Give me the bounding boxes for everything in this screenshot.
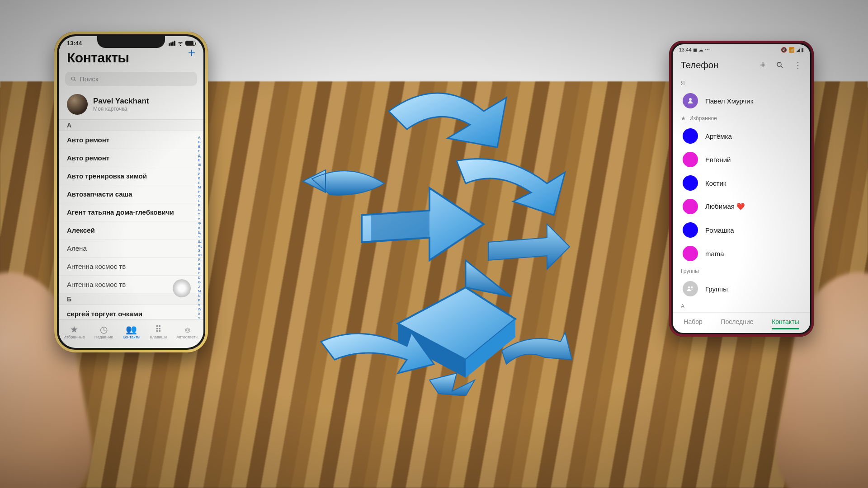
search-placeholder: Поиск [80,75,99,83]
contact-row[interactable]: Антенна космос тв [59,258,203,276]
index-letter[interactable]: Я [198,258,202,262]
index-letter[interactable]: B [198,267,202,271]
index-letter[interactable]: J [198,285,202,289]
index-letter[interactable]: Ц [198,230,202,235]
transfer-arrows-graphic [294,80,574,396]
tab-icon: ⠿ [155,325,162,334]
tab-icon: ★ [70,325,78,334]
index-letter[interactable]: P [198,298,202,302]
tab-label: Контакты [123,335,140,339]
index-letter[interactable]: Ж [198,163,202,167]
my-profile-row[interactable]: Павел Хмурчик [673,89,810,113]
index-letter[interactable]: D [198,276,202,280]
my-card-row[interactable]: Pavel Yackhant Моя карточка [59,90,203,120]
index-letter[interactable]: Ч [198,235,202,239]
contact-row[interactable]: Авто ремонт [59,149,203,167]
index-letter[interactable]: З [198,167,202,171]
index-letter[interactable]: Ш [198,239,202,244]
index-letter[interactable]: W [198,307,202,311]
svg-point-0 [71,77,75,80]
more-icon[interactable]: ⋮ [794,60,802,70]
index-letter[interactable]: Щ [198,244,202,248]
index-letter[interactable]: Н [198,190,202,194]
tab-Недавние[interactable]: ◷Недавние [94,325,113,339]
section-letter: А [673,300,810,312]
page-title: Контакты [67,50,195,66]
index-letter[interactable]: И [198,172,202,176]
ios-status-time: 13:44 [67,40,82,47]
search-input[interactable]: Поиск [65,72,197,86]
index-letter[interactable]: Р [198,203,202,207]
tab-Автоответч.[interactable]: ⌾Автоответч. [176,325,198,339]
index-letter[interactable]: П [198,199,202,203]
tab-Клавиши[interactable]: ⠿Клавиши [150,325,167,339]
my-card-name: Pavel Yackhant [93,97,149,106]
index-letter[interactable]: G [198,280,202,284]
index-letter[interactable]: У [198,217,202,221]
index-letter[interactable]: N [198,294,202,298]
favorite-row[interactable]: Костик [673,171,810,195]
index-letter[interactable]: Б [198,140,202,144]
favorite-row[interactable]: Ромашка [673,218,810,242]
search-icon[interactable] [776,61,784,69]
index-letter[interactable]: Ф [198,221,202,225]
add-button[interactable]: + [760,59,766,71]
contact-row[interactable]: Алексей [59,221,203,239]
contacts-list[interactable]: ААвто ремонтАвто ремонтАвто тренировка з… [59,120,203,341]
index-letter[interactable]: С [198,208,202,212]
contact-row[interactable]: Алена [59,239,203,258]
contact-name: Артёмка [705,132,732,140]
index-letter[interactable]: X [198,312,202,316]
index-letter[interactable]: Ю [198,253,202,257]
my-card-sub: Моя карточка [93,106,149,112]
contact-row[interactable]: Автозапчасти саша [59,185,203,203]
assistive-touch-button[interactable] [173,279,191,297]
tab-label: Клавиши [150,335,167,339]
tab-Контакты[interactable]: 👥Контакты [123,325,140,339]
index-letter[interactable]: Д [198,154,202,158]
index-letter[interactable]: Х [198,226,202,230]
contact-row[interactable]: Авто ремонт [59,131,203,149]
index-letter[interactable]: К [198,176,202,180]
favorite-row[interactable]: Артёмка [673,124,810,148]
index-letter[interactable]: О [198,194,202,198]
contact-row[interactable]: Авто тренировка зимой [59,167,203,185]
alpha-index[interactable]: АБВГДЕЖЗИКЛМНОПРСТУФХЦЧШЩЭЮЯABCDGJMNPVWX… [198,136,202,329]
index-letter[interactable]: М [198,185,202,189]
groups-row[interactable]: Группы [673,277,810,300]
index-letter[interactable]: Г [198,149,202,153]
index-letter[interactable]: Е [198,158,202,162]
avatar [683,246,698,261]
avatar [683,175,698,191]
contact-name: mama [705,250,724,258]
tab-Контакты[interactable]: Контакты [772,318,799,329]
favorite-row[interactable]: Любимая ❤️ [673,195,810,218]
my-profile-name: Павел Хмурчик [705,97,753,105]
star-icon: ★ [681,115,686,122]
index-letter[interactable]: V [198,303,202,307]
index-letter[interactable]: В [198,145,202,149]
contact-row[interactable]: Агент татьяна дома-глебковичи [59,203,203,221]
index-letter[interactable]: M [198,289,202,293]
section-header: А [59,120,203,131]
svg-line-3 [781,66,783,68]
favorite-row[interactable]: Евгений [673,148,810,171]
tab-Избранные[interactable]: ★Избранные [64,325,85,339]
index-letter[interactable]: Л [198,181,202,185]
favorites-list: АртёмкаЕвгенийКостикЛюбимая ❤️Ромашкаmam… [673,124,810,265]
contact-name: Евгений [705,156,731,164]
android-header: Телефон + ⋮ [673,56,810,77]
index-letter[interactable]: C [198,271,202,275]
section-me: Я [673,77,810,89]
favorite-row[interactable]: mama [673,242,810,265]
tab-Последние[interactable]: Последние [721,318,753,329]
index-letter[interactable]: Т [198,212,202,216]
contact-name: Любимая ❤️ [705,202,745,211]
ios-header: + Контакты [59,47,203,68]
tab-Набор[interactable]: Набор [684,318,703,329]
index-letter[interactable]: A [198,262,202,266]
svg-point-2 [777,62,781,66]
add-contact-button[interactable]: + [188,46,195,60]
index-letter[interactable]: А [198,136,202,140]
index-letter[interactable]: Э [198,249,202,253]
